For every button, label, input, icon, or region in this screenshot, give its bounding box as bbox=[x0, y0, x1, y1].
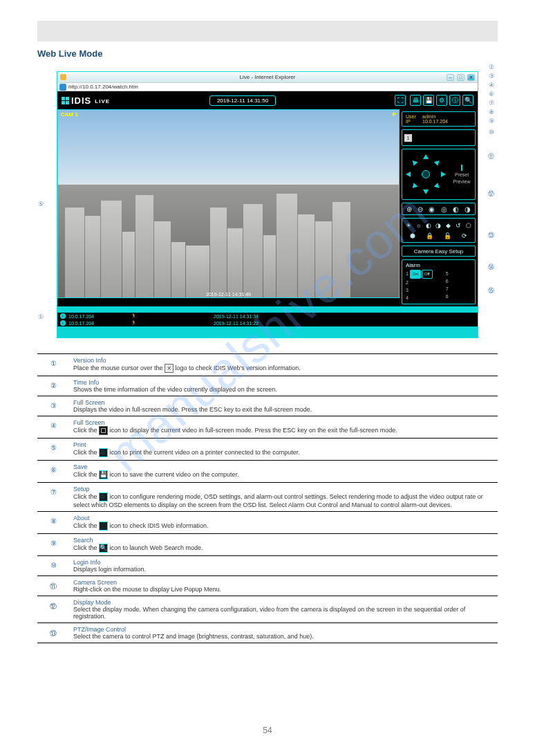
win-close[interactable]: × bbox=[467, 74, 475, 81]
hue-up-icon[interactable]: ⬡ bbox=[464, 221, 473, 230]
event-log: i10.0.17.204🏃2019-12-11 14:31:34 i10.0.1… bbox=[57, 306, 478, 338]
ptz-upright[interactable] bbox=[434, 158, 442, 166]
doc-header-band bbox=[37, 21, 498, 42]
zoom-out-icon[interactable]: ⊖ bbox=[417, 205, 423, 213]
callout-13: ⑬ bbox=[488, 231, 494, 240]
screenshot-region: ⑤ ① ② ③ ④ ⑥ ⑦ ⑧ ⑨ ⑩ ⑪ ⑫ ⑬ ⑭ ⑮ Live - Int… bbox=[57, 71, 478, 338]
fullscreen-toggle-icon[interactable]: ⛶ bbox=[395, 95, 406, 106]
ptz-target-icon[interactable] bbox=[461, 165, 462, 171]
search-icon[interactable]: 🔍 bbox=[462, 95, 473, 106]
preset-label[interactable]: Preset bbox=[452, 172, 471, 177]
callout-7: ⑦ bbox=[489, 100, 494, 107]
camera-label: CAM 1 bbox=[61, 111, 78, 118]
camera-easy-setup-button[interactable]: Camera Easy Setup bbox=[402, 246, 476, 257]
callout-5: ⑤ bbox=[38, 201, 44, 208]
browser-titlebar: Live - Internet Explorer – □ × bbox=[57, 72, 478, 82]
browser-title: Live - Internet Explorer bbox=[240, 74, 296, 80]
brightness-down-icon[interactable]: ☼ bbox=[414, 221, 424, 230]
ptz-zoom-panel: ⊕ ⊖ ◉ ◎ ◐ ◑ bbox=[402, 203, 476, 215]
page-icon bbox=[60, 74, 66, 80]
ptz-upleft[interactable] bbox=[411, 158, 418, 166]
url: http://10.0.17.204/watch.htm bbox=[68, 84, 138, 90]
refresh-icon[interactable]: ⟳ bbox=[460, 231, 469, 241]
lock-icon[interactable]: 🔒 bbox=[425, 231, 435, 241]
alarm-off[interactable]: Off bbox=[422, 270, 433, 279]
focus-far-icon[interactable]: ◎ bbox=[441, 205, 447, 213]
ptz-downright[interactable] bbox=[434, 183, 442, 190]
alarm-on[interactable]: On bbox=[410, 270, 421, 279]
callout-1: ① bbox=[38, 313, 44, 320]
setup-icon[interactable]: ⚙ bbox=[436, 95, 447, 106]
callout-9: ⑨ bbox=[489, 118, 494, 125]
event-icon: i bbox=[60, 313, 66, 319]
url-icon bbox=[59, 84, 66, 91]
zoom-in-icon[interactable]: ⊕ bbox=[406, 205, 412, 213]
saturation-icon[interactable]: ◆ bbox=[444, 221, 453, 230]
unlock-icon[interactable]: 🔓 bbox=[442, 231, 452, 241]
ptz-right[interactable] bbox=[441, 172, 446, 177]
display-mode-panel[interactable]: 1 bbox=[402, 129, 476, 146]
callout-4: ④ bbox=[489, 82, 494, 89]
video-content bbox=[58, 189, 399, 297]
contrast-icon[interactable]: ◐ bbox=[424, 221, 433, 230]
preview-label[interactable]: Preview bbox=[452, 179, 471, 184]
about-icon[interactable]: ⓘ bbox=[449, 95, 460, 106]
save-icon[interactable]: 💾 bbox=[423, 95, 434, 106]
hue-down-icon[interactable]: ⬢ bbox=[408, 231, 417, 241]
p-flag: P bbox=[393, 111, 396, 118]
callout-12: ⑫ bbox=[488, 190, 494, 199]
callout-3: ③ bbox=[489, 73, 494, 80]
callout-14: ⑭ bbox=[488, 263, 494, 272]
contrast-down-icon[interactable]: ◑ bbox=[433, 221, 443, 230]
camera-1-select[interactable]: 1 bbox=[404, 134, 412, 142]
callout-10: ⑩ bbox=[489, 129, 494, 136]
address-bar[interactable]: http://10.0.17.204/watch.htm bbox=[57, 82, 478, 91]
ptz-down[interactable] bbox=[423, 190, 429, 194]
callout-11: ⑪ bbox=[488, 152, 494, 161]
ptz-left[interactable] bbox=[406, 172, 411, 177]
callout-6: ⑥ bbox=[489, 91, 494, 98]
ptz-up[interactable] bbox=[423, 154, 429, 159]
event-icon: i bbox=[60, 320, 66, 326]
reset-icon[interactable]: ↺ bbox=[453, 221, 463, 230]
callout-2: ② bbox=[489, 64, 494, 71]
callout-15: ⑮ bbox=[488, 286, 494, 295]
reference-table: ①Version InfoPlace the mouse cursor over… bbox=[37, 353, 498, 643]
focus-near-icon[interactable]: ◉ bbox=[429, 205, 435, 213]
brightness-icon[interactable]: ☀ bbox=[404, 221, 413, 230]
callout-8: ⑧ bbox=[489, 109, 494, 116]
iris-close-icon[interactable]: ◑ bbox=[464, 205, 471, 213]
print-icon[interactable]: 🖶 bbox=[410, 95, 421, 106]
ptz-center[interactable] bbox=[422, 170, 430, 178]
ptz-panel[interactable]: Preset Preview bbox=[402, 149, 476, 200]
ptz-downleft[interactable] bbox=[411, 183, 418, 190]
camera-screen[interactable]: CAM 1 P bbox=[57, 109, 400, 298]
video-timestamp: 2019-12-11 14:31:49 bbox=[206, 292, 251, 297]
iris-open-icon[interactable]: ◐ bbox=[453, 205, 459, 213]
win-max[interactable]: □ bbox=[457, 74, 464, 81]
alarm-panel: Alarm 1 OnOff 2 3 4 5 6 7 8 bbox=[402, 259, 476, 304]
section-title: Web Live Mode bbox=[37, 48, 498, 59]
win-min[interactable]: – bbox=[447, 74, 454, 81]
brand-logo: IDIS LIVE bbox=[62, 95, 110, 106]
timestamp-pill: 2019-12-11 14:31:50 bbox=[209, 95, 276, 106]
image-adjust-panel: ☀ ☼ ◐ ◑ ◆ ↺ ⬡ ⬢ 🔒 🔓 ⟳ bbox=[402, 218, 476, 243]
login-info-panel: Useradmin IP10.0.17.204 bbox=[402, 111, 476, 127]
